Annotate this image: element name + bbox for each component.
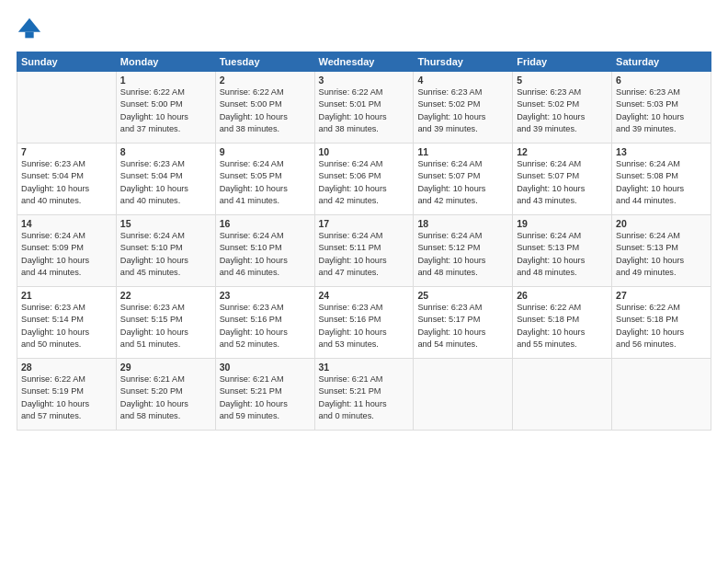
calendar-cell: 20Sunrise: 6:24 AM Sunset: 5:13 PM Dayli… [612, 215, 711, 287]
day-info: Sunrise: 6:22 AM Sunset: 5:00 PM Dayligh… [120, 86, 211, 135]
day-number: 20 [616, 218, 707, 229]
day-number: 2 [220, 75, 311, 86]
day-info: Sunrise: 6:23 AM Sunset: 5:04 PM Dayligh… [120, 158, 211, 207]
logo-icon [17, 17, 42, 42]
day-number: 28 [21, 362, 112, 373]
day-info: Sunrise: 6:24 AM Sunset: 5:09 PM Dayligh… [21, 230, 112, 279]
header-day: Wednesday [314, 52, 414, 72]
svg-marker-0 [18, 18, 40, 32]
calendar-cell: 8Sunrise: 6:23 AM Sunset: 5:04 PM Daylig… [116, 144, 215, 215]
day-info: Sunrise: 6:24 AM Sunset: 5:07 PM Dayligh… [417, 158, 508, 207]
calendar-cell: 5Sunrise: 6:23 AM Sunset: 5:02 PM Daylig… [513, 72, 612, 144]
calendar-cell [17, 72, 117, 144]
day-info: Sunrise: 6:22 AM Sunset: 5:00 PM Dayligh… [220, 86, 311, 135]
header-day: Monday [116, 52, 215, 72]
header-day: Thursday [414, 52, 513, 72]
day-number: 10 [319, 146, 410, 157]
day-info: Sunrise: 6:21 AM Sunset: 5:20 PM Dayligh… [120, 373, 211, 422]
calendar-cell [414, 359, 513, 431]
logo [17, 17, 46, 42]
day-number: 23 [220, 290, 311, 301]
day-number: 11 [417, 146, 508, 157]
calendar-cell: 1Sunrise: 6:22 AM Sunset: 5:00 PM Daylig… [116, 72, 215, 144]
day-number: 27 [616, 290, 707, 301]
day-info: Sunrise: 6:22 AM Sunset: 5:01 PM Dayligh… [319, 86, 410, 135]
calendar-cell: 29Sunrise: 6:21 AM Sunset: 5:20 PM Dayli… [116, 359, 215, 431]
day-number: 30 [220, 362, 311, 373]
day-info: Sunrise: 6:24 AM Sunset: 5:05 PM Dayligh… [220, 158, 311, 207]
day-info: Sunrise: 6:22 AM Sunset: 5:19 PM Dayligh… [21, 373, 112, 422]
calendar-cell: 21Sunrise: 6:23 AM Sunset: 5:14 PM Dayli… [17, 287, 117, 359]
day-number: 1 [120, 75, 211, 86]
calendar-cell: 9Sunrise: 6:24 AM Sunset: 5:05 PM Daylig… [215, 144, 314, 215]
calendar-cell: 18Sunrise: 6:24 AM Sunset: 5:12 PM Dayli… [414, 215, 513, 287]
day-info: Sunrise: 6:23 AM Sunset: 5:16 PM Dayligh… [319, 302, 410, 350]
header-day: Friday [513, 52, 612, 72]
calendar-cell: 23Sunrise: 6:23 AM Sunset: 5:16 PM Dayli… [215, 287, 314, 359]
day-info: Sunrise: 6:23 AM Sunset: 5:03 PM Dayligh… [616, 86, 707, 135]
day-number: 22 [120, 290, 211, 301]
calendar-cell: 24Sunrise: 6:23 AM Sunset: 5:16 PM Dayli… [314, 287, 414, 359]
day-info: Sunrise: 6:24 AM Sunset: 5:08 PM Dayligh… [616, 158, 707, 207]
day-info: Sunrise: 6:24 AM Sunset: 5:07 PM Dayligh… [517, 158, 608, 207]
day-info: Sunrise: 6:23 AM Sunset: 5:16 PM Dayligh… [220, 302, 311, 350]
calendar-cell: 26Sunrise: 6:22 AM Sunset: 5:18 PM Dayli… [513, 287, 612, 359]
day-info: Sunrise: 6:24 AM Sunset: 5:06 PM Dayligh… [319, 158, 410, 207]
day-number: 3 [319, 75, 410, 86]
calendar-week-row: 21Sunrise: 6:23 AM Sunset: 5:14 PM Dayli… [17, 287, 711, 359]
calendar-week-row: 7Sunrise: 6:23 AM Sunset: 5:04 PM Daylig… [17, 144, 711, 215]
day-number: 5 [517, 75, 608, 86]
day-info: Sunrise: 6:22 AM Sunset: 5:18 PM Dayligh… [616, 302, 707, 350]
calendar-table: SundayMondayTuesdayWednesdayThursdayFrid… [17, 52, 711, 431]
day-number: 4 [417, 75, 508, 86]
calendar-cell: 3Sunrise: 6:22 AM Sunset: 5:01 PM Daylig… [314, 72, 414, 144]
day-number: 7 [21, 146, 112, 157]
day-info: Sunrise: 6:23 AM Sunset: 5:04 PM Dayligh… [21, 158, 112, 207]
page: SundayMondayTuesdayWednesdayThursdayFrid… [0, 0, 728, 563]
calendar-week-row: 28Sunrise: 6:22 AM Sunset: 5:19 PM Dayli… [17, 359, 711, 431]
day-number: 15 [120, 218, 211, 229]
calendar-cell: 15Sunrise: 6:24 AM Sunset: 5:10 PM Dayli… [116, 215, 215, 287]
calendar-cell: 16Sunrise: 6:24 AM Sunset: 5:10 PM Dayli… [215, 215, 314, 287]
calendar-cell: 25Sunrise: 6:23 AM Sunset: 5:17 PM Dayli… [414, 287, 513, 359]
day-number: 24 [319, 290, 410, 301]
day-number: 21 [21, 290, 112, 301]
day-info: Sunrise: 6:23 AM Sunset: 5:02 PM Dayligh… [517, 86, 608, 135]
calendar-cell [513, 359, 612, 431]
header-day: Tuesday [215, 52, 314, 72]
day-number: 13 [616, 146, 707, 157]
day-number: 18 [417, 218, 508, 229]
day-number: 19 [517, 218, 608, 229]
day-info: Sunrise: 6:21 AM Sunset: 5:21 PM Dayligh… [220, 373, 311, 422]
calendar-cell: 4Sunrise: 6:23 AM Sunset: 5:02 PM Daylig… [414, 72, 513, 144]
day-number: 9 [220, 146, 311, 157]
calendar-cell: 13Sunrise: 6:24 AM Sunset: 5:08 PM Dayli… [612, 144, 711, 215]
calendar-cell: 12Sunrise: 6:24 AM Sunset: 5:07 PM Dayli… [513, 144, 612, 215]
calendar-cell: 7Sunrise: 6:23 AM Sunset: 5:04 PM Daylig… [17, 144, 117, 215]
day-number: 8 [120, 146, 211, 157]
day-number: 31 [319, 362, 410, 373]
calendar-cell: 17Sunrise: 6:24 AM Sunset: 5:11 PM Dayli… [314, 215, 414, 287]
calendar-week-row: 14Sunrise: 6:24 AM Sunset: 5:09 PM Dayli… [17, 215, 711, 287]
day-info: Sunrise: 6:24 AM Sunset: 5:10 PM Dayligh… [120, 230, 211, 279]
header-day: Sunday [17, 52, 117, 72]
day-info: Sunrise: 6:24 AM Sunset: 5:13 PM Dayligh… [517, 230, 608, 279]
day-info: Sunrise: 6:24 AM Sunset: 5:11 PM Dayligh… [319, 230, 410, 279]
svg-rect-1 [25, 32, 33, 39]
day-info: Sunrise: 6:24 AM Sunset: 5:13 PM Dayligh… [616, 230, 707, 279]
day-info: Sunrise: 6:22 AM Sunset: 5:18 PM Dayligh… [517, 302, 608, 350]
day-number: 12 [517, 146, 608, 157]
calendar-cell: 27Sunrise: 6:22 AM Sunset: 5:18 PM Dayli… [612, 287, 711, 359]
header-row: SundayMondayTuesdayWednesdayThursdayFrid… [17, 52, 711, 72]
day-number: 14 [21, 218, 112, 229]
day-info: Sunrise: 6:23 AM Sunset: 5:17 PM Dayligh… [417, 302, 508, 350]
calendar-cell: 10Sunrise: 6:24 AM Sunset: 5:06 PM Dayli… [314, 144, 414, 215]
calendar-cell: 31Sunrise: 6:21 AM Sunset: 5:21 PM Dayli… [314, 359, 414, 431]
header-day: Saturday [612, 52, 711, 72]
calendar-cell: 22Sunrise: 6:23 AM Sunset: 5:15 PM Dayli… [116, 287, 215, 359]
header [17, 17, 711, 42]
calendar-cell: 30Sunrise: 6:21 AM Sunset: 5:21 PM Dayli… [215, 359, 314, 431]
day-info: Sunrise: 6:23 AM Sunset: 5:15 PM Dayligh… [120, 302, 211, 350]
day-info: Sunrise: 6:23 AM Sunset: 5:14 PM Dayligh… [21, 302, 112, 350]
day-number: 25 [417, 290, 508, 301]
